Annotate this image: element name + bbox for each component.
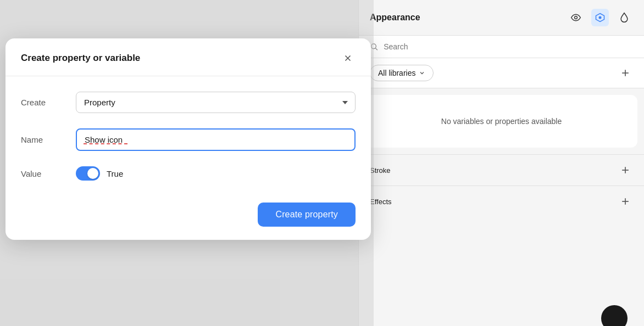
libraries-row: All libraries: [359, 58, 644, 88]
add-stroke-button[interactable]: [618, 162, 633, 178]
avatar: [601, 305, 628, 326]
svg-line-4: [375, 48, 377, 50]
add-library-button[interactable]: [618, 65, 633, 81]
effects-plus-icon: [620, 196, 631, 207]
toggle-switch[interactable]: [76, 166, 100, 181]
appearance-title: Appearance: [370, 13, 560, 23]
dialog-title: Create property or variable: [21, 53, 140, 64]
name-input[interactable]: [76, 128, 356, 151]
spell-underline: [84, 143, 127, 144]
create-property-dialog: Create property or variable Create Prope…: [5, 38, 371, 240]
svg-point-2: [599, 16, 602, 19]
name-field-wrapper: [76, 128, 356, 151]
chevron-down-icon: [419, 70, 425, 76]
close-button[interactable]: [340, 50, 356, 66]
appearance-panel: Appearance All libraries: [358, 0, 644, 326]
value-label: Value: [21, 169, 76, 178]
name-row: Name: [21, 128, 356, 151]
search-bar: [359, 36, 644, 58]
create-select[interactable]: Property Variable: [76, 92, 356, 113]
plus-icon: [620, 68, 631, 78]
add-effect-button[interactable]: [618, 194, 633, 209]
toggle-label: True: [107, 169, 123, 178]
name-label: Name: [21, 135, 76, 144]
value-row: Value True: [21, 166, 356, 181]
no-vars-panel: No variables or properties available: [365, 95, 637, 148]
stroke-plus-icon: [620, 165, 631, 176]
eye-icon-btn[interactable]: [567, 9, 585, 26]
close-icon: [343, 53, 353, 63]
no-vars-text: No variables or properties available: [441, 117, 562, 126]
create-row: Create Property Variable: [21, 92, 356, 113]
stroke-row: Stroke: [359, 154, 644, 186]
svg-point-0: [575, 16, 578, 19]
water-icon-btn[interactable]: [615, 9, 633, 26]
dialog-footer: Create property: [5, 194, 371, 240]
appearance-header: Appearance: [359, 0, 644, 36]
search-input[interactable]: [384, 42, 633, 51]
effects-row: Effects: [359, 186, 644, 217]
libraries-select[interactable]: All libraries: [370, 65, 434, 81]
toggle-wrapper: True: [76, 166, 356, 181]
create-label: Create: [21, 98, 76, 107]
dialog-header: Create property or variable: [5, 38, 371, 76]
create-property-button[interactable]: Create property: [258, 203, 356, 227]
create-select-wrapper: Property Variable: [76, 92, 356, 113]
libraries-label: All libraries: [378, 69, 415, 77]
component-icon-btn[interactable]: [591, 9, 609, 26]
dialog-body: Create Property Variable Name Value True: [5, 76, 371, 194]
